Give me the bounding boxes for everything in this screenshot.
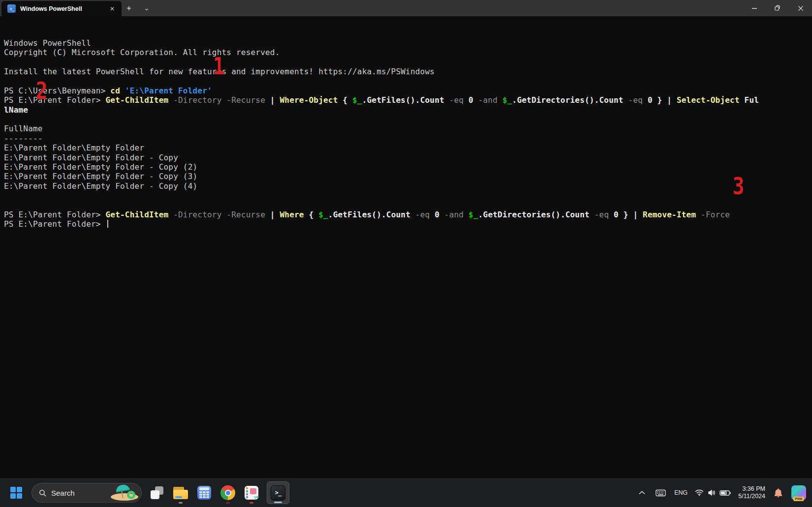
scissors-icon: ✂ — [253, 492, 261, 502]
clock-date: 5/11/2024 — [738, 493, 765, 500]
annotation-number-1: 1 — [213, 54, 223, 78]
terminal-line — [4, 191, 812, 200]
speaker-icon — [708, 489, 716, 496]
calculator-icon — [197, 486, 211, 500]
taskbar: Search — [0, 478, 812, 507]
terminal-line: PS E:\Parent Folder> Get-ChildItem -Dire… — [4, 95, 812, 105]
terminal-line: E:\Parent Folder\Empty Folder - Copy (2) — [4, 162, 812, 172]
calculator-button[interactable] — [196, 481, 213, 504]
wifi-icon — [695, 489, 704, 496]
battery-charging-icon — [719, 490, 731, 496]
copilot-icon[interactable]: PRE — [791, 485, 806, 500]
terminal-viewport[interactable]: Windows PowerShellCopyright (C) Microsof… — [0, 16, 812, 478]
terminal-line — [4, 115, 812, 124]
active-app-indicator — [274, 502, 282, 503]
windows-logo-icon — [10, 487, 22, 499]
network-volume-battery-group[interactable] — [694, 487, 732, 498]
terminal-line: E:\Parent Folder\Empty Folder — [4, 143, 812, 152]
terminal-line: lName — [4, 105, 812, 115]
start-button[interactable] — [8, 481, 25, 504]
language-indicator[interactable]: ENG — [674, 489, 687, 496]
search-icon — [39, 489, 46, 497]
terminal-line: -------- — [4, 134, 812, 143]
terminal-line: Windows PowerShell — [4, 38, 812, 48]
file-explorer-button[interactable] — [172, 481, 189, 504]
terminal-line: Install the latest PowerShell for new fe… — [4, 67, 812, 76]
copilot-pre-badge: PRE — [793, 497, 804, 501]
window-titlebar: >_ Windows PowerShell ✕ + ⌄ — [0, 0, 812, 16]
terminal-lines: Windows PowerShellCopyright (C) Microsof… — [4, 38, 812, 229]
terminal-line — [4, 76, 812, 86]
chrome-button[interactable] — [219, 481, 236, 504]
touch-keyboard-icon[interactable] — [654, 487, 668, 499]
terminal-line — [4, 58, 812, 67]
terminal-line: PS E:\Parent Folder> — [4, 219, 812, 229]
terminal-line: Copyright (C) Microsoft Corporation. All… — [4, 48, 812, 57]
terminal-line: FullName — [4, 124, 812, 133]
annotation-number-2: 2 — [35, 79, 46, 102]
search-seasonal-beach-art — [109, 483, 139, 501]
task-view-button[interactable] — [149, 481, 165, 504]
terminal-line: E:\Parent Folder\Empty Folder - Copy — [4, 153, 812, 162]
running-indicator — [226, 502, 230, 504]
clock[interactable]: 3:36 PM 5/11/2024 — [738, 485, 765, 500]
tray-chevron-up-icon[interactable] — [637, 489, 647, 497]
terminal-line: PS E:\Parent Folder> Get-ChildItem -Dire… — [4, 210, 812, 219]
search-box[interactable]: Search — [31, 483, 142, 503]
minimize-button[interactable] — [743, 0, 766, 16]
tab-title: Windows PowerShell — [20, 5, 82, 12]
terminal-icon: >_ — [271, 485, 285, 500]
taskbar-left-group: Search — [8, 481, 289, 504]
annotation-number-3: 3 — [732, 174, 743, 198]
close-button[interactable] — [789, 0, 812, 16]
windows-terminal-button[interactable]: >_ — [267, 481, 289, 504]
terminal-line — [4, 200, 812, 209]
tab-dropdown-button[interactable]: ⌄ — [139, 0, 154, 16]
clock-time: 3:36 PM — [738, 485, 765, 493]
task-view-icon — [151, 486, 163, 499]
notification-bell-icon[interactable] — [772, 486, 785, 500]
powershell-tab-icon: >_ — [7, 4, 16, 13]
terminal-line: PS C:\Users\Benymean> cd 'E:\Parent Fold… — [4, 86, 812, 95]
chrome-icon — [220, 485, 235, 500]
tab-windows-powershell[interactable]: >_ Windows PowerShell ✕ — [1, 1, 122, 16]
terminal-line: E:\Parent Folder\Empty Folder - Copy (4) — [4, 181, 812, 191]
restore-button[interactable] — [766, 0, 789, 16]
terminal-cursor — [107, 220, 108, 228]
file-explorer-icon — [173, 487, 188, 499]
terminal-line: E:\Parent Folder\Empty Folder - Copy (3) — [4, 172, 812, 181]
running-indicator — [250, 502, 253, 504]
tab-close-icon[interactable]: ✕ — [107, 3, 118, 14]
desktop-screen: >_ Windows PowerShell ✕ + ⌄ Windows Powe… — [0, 0, 812, 507]
video-editor-icon: ✂ — [245, 486, 258, 500]
clipchamp-button[interactable]: ✂ — [243, 481, 260, 504]
system-tray: ENG 3:36 PM 5/11/2024 — [637, 485, 806, 500]
search-label: Search — [51, 489, 75, 497]
window-controls — [743, 0, 812, 16]
running-indicator — [179, 502, 183, 504]
new-tab-button[interactable]: + — [122, 0, 136, 16]
